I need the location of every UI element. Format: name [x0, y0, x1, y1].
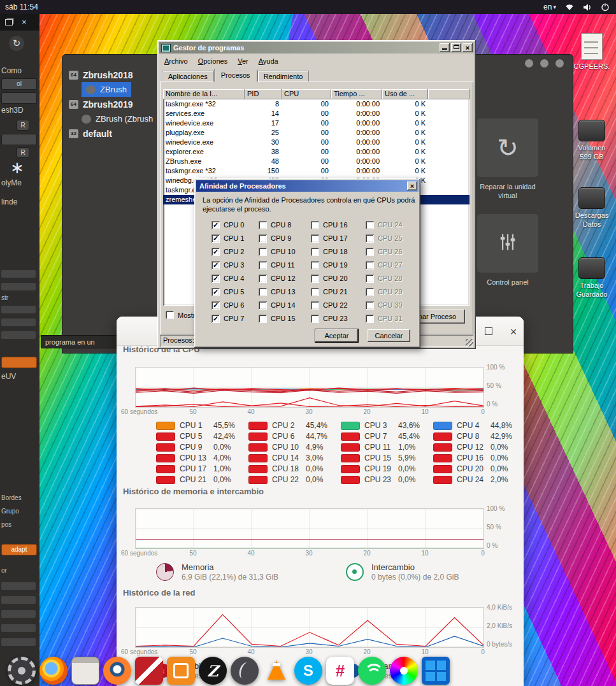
cpu-legend-item[interactable]: CPU 120,0%: [433, 442, 526, 452]
cpu-legend-item[interactable]: CPU 143,0%: [248, 453, 341, 463]
cpu-legend-item[interactable]: CPU 180,0%: [248, 464, 341, 474]
cpu-legend-item[interactable]: CPU 90,0%: [156, 442, 248, 452]
cpu-affinity-checkbox-12[interactable]: CPU 12: [259, 274, 296, 283]
menu-item-opciones[interactable]: Opciones: [194, 57, 232, 66]
dialog-titlebar[interactable]: Afinidad de Procesadores ×: [196, 180, 419, 192]
virtual-drive-item[interactable]: 64Zbrush2019: [69, 97, 133, 111]
checkbox[interactable]: ✓: [211, 301, 220, 310]
cpu-affinity-checkbox-4[interactable]: ✓CPU 4: [211, 274, 244, 283]
zbrush-panel-button[interactable]: R: [17, 120, 29, 131]
accept-button[interactable]: Aceptar: [315, 329, 358, 342]
cpu-affinity-checkbox-5[interactable]: ✓CPU 5: [211, 287, 244, 296]
column-header[interactable]: CPU: [282, 89, 331, 99]
zbrush-panel-label[interactable]: [1, 596, 36, 604]
cpu-affinity-checkbox-3[interactable]: ✓CPU 3: [211, 261, 244, 269]
language-indicator[interactable]: en▾: [543, 3, 556, 11]
cpu-legend-item[interactable]: CPU 155,9%: [341, 453, 433, 463]
dock-gray-app-icon[interactable]: [231, 657, 259, 685]
column-header[interactable]: Tiempo ...: [331, 89, 382, 99]
dock-red-app-icon[interactable]: [135, 657, 163, 685]
checkbox[interactable]: [311, 221, 319, 229]
checkbox[interactable]: ✓: [211, 288, 220, 296]
process-row[interactable]: winedevice.exe30000:00:000 K: [163, 138, 469, 147]
cpu-affinity-checkbox-8[interactable]: CPU 8: [259, 220, 291, 229]
dock-spotify-icon[interactable]: [358, 657, 386, 685]
virtual-drive-item[interactable]: 32default: [69, 126, 112, 141]
zbrush-panel-button[interactable]: R: [17, 147, 29, 158]
zbrush-panel-button[interactable]: [1, 357, 37, 368]
cpu-affinity-checkbox-1[interactable]: ✓CPU 1: [211, 234, 244, 243]
desktop-icon-trabajo[interactable]: TrabajoGuardado: [569, 257, 615, 299]
cpu-legend-item[interactable]: CPU 190,0%: [341, 464, 433, 474]
dock-zbrush-icon[interactable]: Z: [199, 657, 227, 685]
cpu-legend-item[interactable]: CPU 745,4%: [341, 431, 433, 441]
cpu-affinity-checkbox-22[interactable]: CPU 22: [311, 301, 348, 310]
memory-legend-item[interactable]: Memoria 6,9 GiB (22,1%) de 31,3 GiB: [156, 562, 278, 582]
checkbox[interactable]: [259, 301, 267, 310]
clock[interactable]: sáb 11:54: [5, 3, 38, 11]
process-row[interactable]: taskmgr.exe *32150000:00:000 K: [163, 166, 469, 176]
checkbox[interactable]: [259, 221, 267, 229]
cpu-affinity-checkbox-13[interactable]: CPU 13: [259, 287, 296, 296]
checkbox[interactable]: [311, 288, 319, 296]
cpu-affinity-checkbox-9[interactable]: CPU 9: [259, 234, 291, 243]
dock-blender-icon[interactable]: [103, 657, 131, 685]
checkbox[interactable]: [311, 234, 319, 243]
desktop-icon-cgpeers[interactable]: CGPEERS.: [569, 33, 615, 71]
close-window-icon[interactable]: ×: [22, 19, 27, 25]
cpu-legend-item[interactable]: CPU 220,0%: [248, 475, 341, 485]
cpu-affinity-checkbox-23[interactable]: CPU 23: [311, 314, 348, 323]
checkbox[interactable]: [311, 261, 319, 269]
checkbox[interactable]: [259, 234, 267, 243]
zbrush-panel-button[interactable]: [1, 92, 37, 104]
swap-legend-item[interactable]: Intercambio 0 bytes (0,0%) de 2,0 GiB: [346, 562, 459, 582]
tile-button[interactable]: ↻: [477, 118, 538, 177]
column-header[interactable]: Uso de ...: [382, 89, 428, 99]
checkbox[interactable]: ✓: [211, 315, 220, 323]
zbrush-panel-label[interactable]: [1, 283, 36, 290]
window-dot-icon[interactable]: [525, 59, 533, 68]
cpu-affinity-checkbox-21[interactable]: CPU 21: [311, 287, 348, 296]
zbrush-panel-label[interactable]: [1, 306, 36, 313]
cpu-affinity-checkbox-18[interactable]: CPU 18: [311, 247, 348, 256]
zbrush-panel-label[interactable]: [1, 610, 36, 618]
cpu-affinity-checkbox-14[interactable]: CPU 14: [259, 301, 296, 310]
zbrush-panel-label[interactable]: [1, 318, 36, 326]
zbrush-panel-label[interactable]: [1, 270, 36, 278]
cpu-legend-item[interactable]: CPU 245,4%: [248, 420, 341, 431]
power-icon[interactable]: [601, 3, 610, 11]
cpu-affinity-checkbox-7[interactable]: ✓CPU 7: [211, 314, 244, 323]
repair-drive-tile[interactable]: ↻Reparar la unidad virtual: [471, 118, 545, 200]
checkbox[interactable]: [259, 248, 267, 256]
process-row[interactable]: services.exe14000:00:000 K: [163, 109, 469, 118]
process-row[interactable]: explorer.exe38000:00:000 K: [163, 147, 469, 157]
menu-item-ayuda[interactable]: Ayuda: [254, 57, 283, 66]
dock-windows-logo-icon[interactable]: [422, 657, 450, 685]
resize-grip[interactable]: [466, 339, 473, 347]
dock-skype-icon[interactable]: S: [294, 657, 322, 685]
titlebar[interactable]: Gestor de programas ×: [159, 42, 474, 54]
cpu-affinity-checkbox-10[interactable]: CPU 10: [259, 247, 296, 256]
cpu-affinity-checkbox-19[interactable]: CPU 19: [311, 261, 348, 269]
dock-orange-app-icon[interactable]: [167, 657, 195, 685]
menu-item-ver[interactable]: Ver: [233, 57, 253, 66]
cpu-affinity-checkbox-20[interactable]: CPU 20: [311, 274, 348, 283]
cpu-legend-item[interactable]: CPU 160,0%: [433, 453, 526, 463]
menu-item-archivo[interactable]: Archivo: [160, 57, 192, 66]
tile-button[interactable]: [477, 214, 538, 273]
zbrush-panel-label[interactable]: [1, 624, 36, 632]
zbrush-panel-button[interactable]: ol: [1, 78, 37, 90]
restore-window-icon[interactable]: [5, 19, 13, 25]
column-header[interactable]: PID: [245, 89, 282, 99]
process-row[interactable]: ZBrush.exe48000:00:000 K: [163, 157, 469, 166]
checkbox[interactable]: ✓: [211, 221, 220, 229]
dock-photos-flower-icon[interactable]: [390, 657, 418, 685]
dock-launcher-gear-icon[interactable]: [8, 657, 36, 685]
maximize-button[interactable]: [451, 43, 461, 52]
tab-rendimiento[interactable]: Rendimiento: [257, 71, 310, 82]
window-dot-icon[interactable]: [555, 59, 564, 68]
process-row[interactable]: plugplay.exe25000:00:000 K: [163, 128, 469, 138]
cancel-button[interactable]: Cancelar: [368, 329, 410, 342]
column-header[interactable]: Nombre de la I...: [163, 89, 245, 99]
close-button[interactable]: ×: [506, 325, 520, 339]
